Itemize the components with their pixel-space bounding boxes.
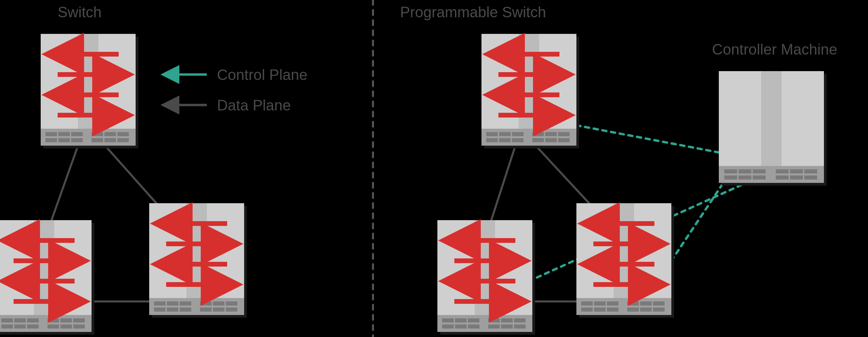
svg-rect-51 [481, 129, 576, 146]
switch-device [0, 220, 94, 335]
svg-rect-83 [576, 298, 671, 315]
svg-rect-59 [499, 138, 511, 142]
svg-rect-94 [640, 308, 652, 312]
svg-rect-101 [738, 169, 751, 173]
svg-rect-40 [213, 301, 224, 306]
svg-rect-86 [607, 301, 618, 306]
svg-rect-73 [514, 318, 526, 322]
svg-rect-8 [104, 132, 116, 136]
controller-machine-device [719, 71, 827, 186]
svg-rect-52 [486, 132, 498, 136]
svg-rect-60 [512, 138, 524, 142]
svg-rect-36 [154, 301, 165, 306]
svg-rect-9 [117, 132, 129, 136]
svg-rect-109 [776, 175, 789, 180]
svg-rect-47 [226, 308, 237, 312]
svg-rect-35 [149, 298, 244, 315]
svg-rect-85 [594, 301, 606, 306]
control-link [576, 125, 719, 152]
svg-rect-105 [804, 169, 817, 173]
svg-rect-61 [532, 138, 544, 142]
svg-rect-12 [71, 138, 83, 142]
svg-rect-10 [45, 138, 57, 142]
programmable-switch-device [576, 203, 674, 318]
svg-rect-46 [213, 308, 224, 312]
svg-rect-68 [442, 318, 454, 322]
svg-rect-88 [640, 301, 652, 306]
svg-rect-57 [558, 132, 570, 136]
svg-rect-30 [60, 324, 72, 329]
svg-rect-100 [724, 169, 737, 173]
svg-rect-106 [724, 175, 737, 180]
svg-rect-69 [455, 318, 467, 322]
svg-rect-29 [47, 324, 59, 329]
svg-rect-76 [468, 324, 479, 329]
svg-rect-55 [532, 132, 544, 136]
svg-rect-6 [71, 132, 83, 136]
svg-rect-22 [27, 318, 39, 322]
svg-rect-103 [776, 169, 789, 173]
svg-rect-23 [47, 318, 59, 322]
svg-rect-58 [486, 138, 498, 142]
svg-rect-71 [488, 318, 500, 322]
svg-rect-45 [200, 308, 212, 312]
legend-control-label: Control Plane [217, 66, 308, 84]
svg-rect-31 [73, 324, 85, 329]
svg-rect-111 [804, 175, 817, 180]
svg-rect-7 [92, 132, 103, 136]
svg-rect-93 [627, 308, 639, 312]
svg-rect-5 [58, 132, 70, 136]
svg-rect-89 [653, 301, 665, 306]
svg-rect-87 [627, 301, 639, 306]
controller-machine-title: Controller Machine [712, 41, 837, 59]
switch-device [41, 34, 138, 148]
svg-rect-95 [653, 308, 665, 312]
svg-rect-54 [512, 132, 524, 136]
svg-rect-26 [1, 324, 13, 329]
svg-rect-108 [753, 175, 766, 180]
svg-rect-37 [167, 301, 178, 306]
svg-rect-43 [167, 308, 178, 312]
svg-rect-13 [92, 138, 103, 142]
svg-rect-70 [468, 318, 479, 322]
svg-rect-4 [45, 132, 57, 136]
svg-rect-90 [581, 308, 593, 312]
svg-rect-38 [180, 301, 191, 306]
svg-rect-84 [581, 301, 593, 306]
svg-rect-110 [790, 175, 803, 180]
svg-rect-77 [488, 324, 500, 329]
legend-data-label: Data Plane [217, 97, 291, 114]
svg-rect-62 [545, 138, 557, 142]
svg-rect-67 [437, 315, 532, 332]
svg-rect-63 [558, 138, 570, 142]
switch-device [149, 203, 247, 318]
svg-rect-19 [0, 315, 92, 332]
svg-rect-53 [499, 132, 511, 136]
svg-rect-74 [442, 324, 454, 329]
svg-rect-39 [200, 301, 212, 306]
svg-rect-25 [73, 318, 85, 322]
svg-rect-72 [501, 318, 513, 322]
svg-rect-3 [41, 129, 136, 146]
svg-rect-11 [58, 138, 70, 142]
switch-title: Switch [58, 3, 102, 21]
svg-rect-14 [104, 138, 116, 142]
programmable-switch-device [437, 220, 535, 335]
svg-rect-104 [790, 169, 803, 173]
svg-rect-102 [753, 169, 766, 173]
svg-rect-21 [14, 318, 26, 322]
svg-rect-79 [514, 324, 526, 329]
svg-rect-20 [1, 318, 13, 322]
programmable-switch-title: Programmable Switch [400, 3, 546, 21]
svg-rect-98 [761, 71, 782, 166]
svg-rect-56 [545, 132, 557, 136]
svg-rect-28 [27, 324, 39, 329]
svg-rect-107 [738, 175, 751, 180]
svg-rect-92 [607, 308, 618, 312]
svg-rect-91 [594, 308, 606, 312]
diagram-root: Switch Control Plane Data Plane Programm… [0, 0, 868, 337]
svg-rect-75 [455, 324, 467, 329]
svg-rect-44 [180, 308, 191, 312]
svg-rect-24 [60, 318, 72, 322]
svg-rect-15 [117, 138, 129, 142]
